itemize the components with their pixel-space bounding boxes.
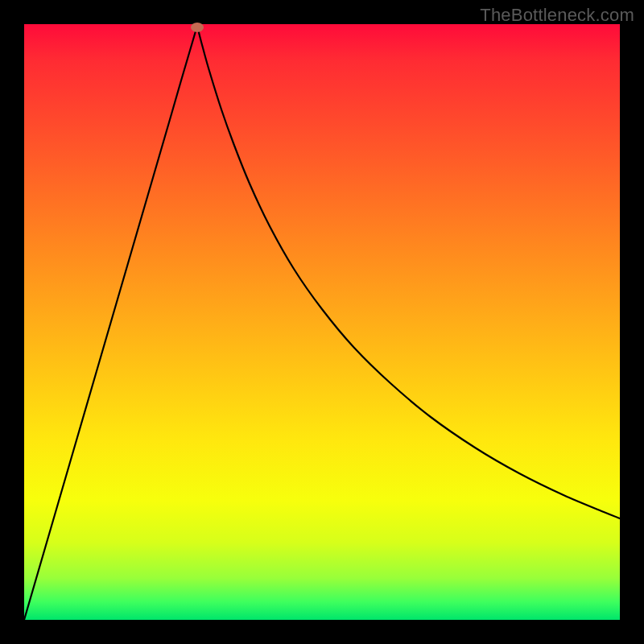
curve-right-branch <box>197 26 620 518</box>
minimum-marker <box>191 23 204 32</box>
curve-group <box>24 23 620 620</box>
chart-frame: TheBottleneck.com <box>0 0 644 644</box>
bottleneck-curve <box>24 24 620 620</box>
watermark-text: TheBottleneck.com <box>480 5 634 26</box>
curve-left-branch <box>24 26 197 620</box>
plot-area <box>24 24 620 620</box>
